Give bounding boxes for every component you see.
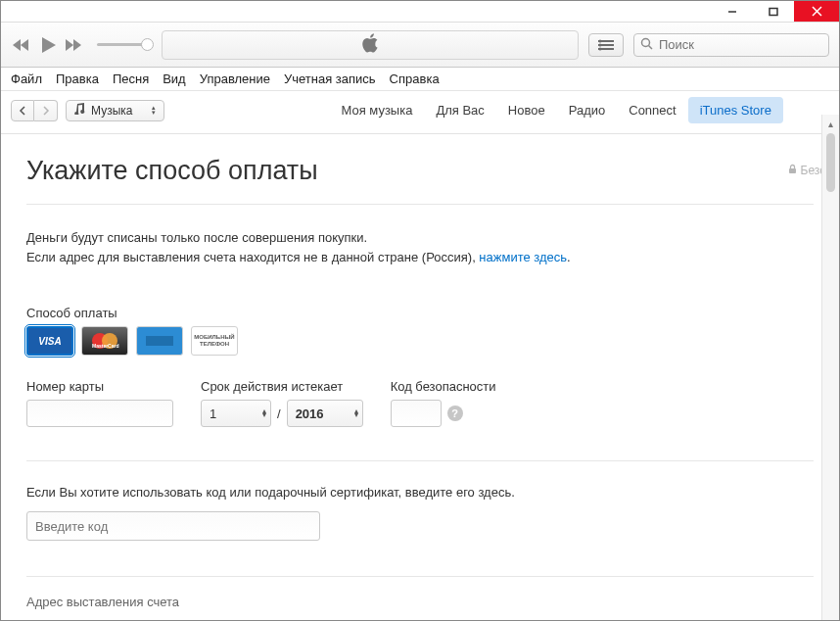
svg-point-15 [642,38,650,46]
vertical-scrollbar[interactable]: ▴ [821,115,839,620]
play-button[interactable] [38,35,58,55]
intro-line-2: Если адрес для выставления счета находит… [26,248,814,267]
page-title: Укажите способ оплаты [26,156,814,186]
menu-bar: Файл Правка Песня Вид Управление Учетная… [1,68,839,91]
search-input[interactable] [659,37,822,52]
security-code-group: Код безопасности ? [391,379,496,427]
tab-itunes-store[interactable]: iTunes Store [688,97,783,123]
window-close-button[interactable] [794,1,839,22]
apple-logo-icon [361,33,379,56]
tab-new[interactable]: Новое [496,97,557,123]
menu-edit[interactable]: Правка [56,72,99,86]
billing-address-heading: Адрес выставления счета [26,595,814,609]
security-code-input[interactable] [391,400,442,427]
svg-point-14 [599,47,602,50]
tab-my-music[interactable]: Моя музыка [329,97,424,123]
svg-rect-17 [789,168,796,173]
page-content: Безопа Укажите способ оплаты Деньги буду… [1,134,839,620]
lock-icon [788,164,797,177]
menu-view[interactable]: Вид [163,72,186,86]
divider [26,204,814,205]
tab-radio[interactable]: Радио [557,97,618,123]
menu-account[interactable]: Учетная запись [284,72,376,86]
mobile-phone-label: МОБИЛЬНЫЙ ТЕЛЕФОН [192,334,237,347]
expiry-month-select[interactable]: 1 ▴▾ [201,400,271,427]
chevron-updown-icon: ▴▾ [262,409,266,417]
scroll-up-arrow-icon: ▴ [828,119,833,129]
menu-controls[interactable]: Управление [200,72,270,86]
queue-list-button[interactable] [588,33,624,57]
menu-song[interactable]: Песня [113,72,149,86]
expiry-month-value: 1 [210,406,216,421]
payment-option-amex[interactable] [136,326,183,356]
payment-option-mobile[interactable]: МОБИЛЬНЫЙ ТЕЛЕФОН [191,326,238,356]
intro-prefix: Если адрес для выставления счета находит… [26,250,479,264]
chevron-updown-icon: ▴▾ [354,409,358,417]
divider [26,460,814,461]
card-fields-row: Номер карты Срок действия истекает 1 ▴▾ … [26,379,814,427]
forward-button[interactable] [34,100,58,121]
svg-rect-19 [146,336,173,346]
gift-instruction: Если Вы хотите использовать код или пода… [26,485,814,500]
intro-line-1: Деньги будут списаны только после соверш… [26,228,814,248]
search-icon [640,37,653,53]
svg-line-16 [649,45,653,49]
tab-connect[interactable]: Connect [617,97,687,123]
svg-marker-7 [66,39,73,51]
expiry-year-value: 2016 [296,406,324,421]
chevron-updown-icon: ▴▾ [152,106,156,114]
payment-option-mastercard[interactable]: MasterCard [81,326,128,356]
visa-label: VISA [38,336,61,347]
security-code-label: Код безопасности [391,379,496,394]
svg-marker-5 [13,39,21,51]
back-button[interactable] [11,100,34,121]
now-playing-display [162,30,579,60]
svg-point-13 [599,43,602,46]
expiry-group: Срок действия истекает 1 ▴▾ / 2016 ▴▾ [201,379,363,427]
payment-method-options: VISA MasterCard МОБИЛЬНЫЙ ТЕЛЕФОН [26,326,814,356]
intro-text: Деньги будут списаны только после соверш… [26,228,814,266]
change-country-link[interactable]: нажмите здесь [479,250,567,264]
expiry-year-select[interactable]: 2016 ▴▾ [287,400,363,427]
expiry-label: Срок действия истекает [201,379,363,394]
library-source-label: Музыка [91,104,132,118]
search-field-wrap[interactable] [633,33,829,57]
scrollbar-thumb[interactable] [826,133,835,192]
next-track-button[interactable] [64,37,85,53]
volume-slider[interactable] [97,43,152,46]
mastercard-icon: MasterCard [92,333,117,349]
history-nav [11,100,58,121]
player-toolbar [1,23,839,68]
library-nav-bar: Музыка ▴▾ Моя музыка Для Вас Новое Радио… [1,91,839,134]
card-number-label: Номер карты [26,379,173,394]
menu-file[interactable]: Файл [11,72,42,86]
security-code-help-icon[interactable]: ? [447,406,463,421]
window-minimize-button[interactable] [712,1,753,22]
svg-rect-1 [770,8,777,15]
payment-method-label: Способ оплаты [26,306,814,320]
store-tabs: Моя музыка Для Вас Новое Радио Connect i… [329,97,782,123]
svg-marker-4 [21,39,28,51]
card-number-input[interactable] [26,400,173,427]
music-note-icon [74,103,85,118]
intro-suffix: . [567,250,571,264]
window-titlebar [1,1,839,23]
card-number-group: Номер карты [26,379,173,427]
prev-track-button[interactable] [11,37,32,53]
divider [26,576,814,577]
svg-marker-8 [73,39,81,51]
svg-marker-6 [42,37,56,53]
window-maximize-button[interactable] [753,1,794,22]
slash: / [277,406,281,421]
menu-help[interactable]: Справка [390,72,440,86]
svg-point-12 [599,39,602,42]
library-source-dropdown[interactable]: Музыка ▴▾ [66,100,164,121]
playback-controls [11,35,152,55]
payment-option-visa[interactable]: VISA [26,326,73,356]
gift-code-input[interactable] [26,511,320,541]
tab-for-you[interactable]: Для Вас [424,97,495,123]
